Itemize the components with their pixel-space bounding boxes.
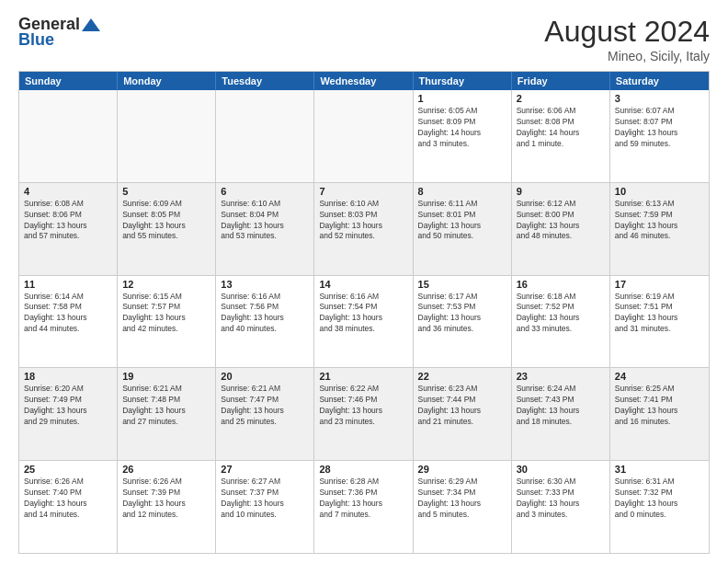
cell-text: Sunrise: 6:05 AMSunset: 8:09 PMDaylight:… <box>418 106 506 150</box>
title-area: August 2024 Mineo, Sicily, Italy <box>544 15 710 63</box>
day-number: 19 <box>122 371 210 382</box>
day-number: 10 <box>615 186 704 197</box>
day-number: 24 <box>615 371 704 382</box>
day-number: 26 <box>122 464 210 475</box>
day-number: 21 <box>319 371 407 382</box>
calendar-row-1: 1Sunrise: 6:05 AMSunset: 8:09 PMDaylight… <box>19 90 709 183</box>
cell-text: Sunrise: 6:26 AMSunset: 7:39 PMDaylight:… <box>122 477 210 521</box>
calendar-cell: 9Sunrise: 6:12 AMSunset: 8:00 PMDaylight… <box>512 183 610 275</box>
calendar-row-5: 25Sunrise: 6:26 AMSunset: 7:40 PMDayligh… <box>19 461 709 553</box>
day-number: 5 <box>122 186 210 197</box>
header-friday: Friday <box>512 72 610 90</box>
day-number: 27 <box>221 464 309 475</box>
calendar-cell: 10Sunrise: 6:13 AMSunset: 7:59 PMDayligh… <box>610 183 709 275</box>
cell-text: Sunrise: 6:22 AMSunset: 7:46 PMDaylight:… <box>319 384 407 428</box>
svg-marker-0 <box>82 18 100 31</box>
day-number: 17 <box>615 279 704 290</box>
header-sunday: Sunday <box>19 72 118 90</box>
calendar-cell <box>216 90 314 182</box>
cell-text: Sunrise: 6:14 AMSunset: 7:58 PMDaylight:… <box>24 292 112 336</box>
calendar-cell: 8Sunrise: 6:11 AMSunset: 8:01 PMDaylight… <box>414 183 512 275</box>
calendar-cell: 31Sunrise: 6:31 AMSunset: 7:32 PMDayligh… <box>610 461 709 553</box>
day-number: 29 <box>418 464 506 475</box>
calendar-cell: 13Sunrise: 6:16 AMSunset: 7:56 PMDayligh… <box>216 276 314 368</box>
day-number: 1 <box>418 93 506 104</box>
calendar-cell: 16Sunrise: 6:18 AMSunset: 7:52 PMDayligh… <box>512 276 610 368</box>
calendar-cell: 24Sunrise: 6:25 AMSunset: 7:41 PMDayligh… <box>610 368 709 460</box>
calendar-cell: 28Sunrise: 6:28 AMSunset: 7:36 PMDayligh… <box>314 461 413 553</box>
calendar-cell: 26Sunrise: 6:26 AMSunset: 7:39 PMDayligh… <box>118 461 216 553</box>
calendar: Sunday Monday Tuesday Wednesday Thursday… <box>18 71 710 554</box>
header-wednesday: Wednesday <box>314 72 413 90</box>
calendar-cell: 29Sunrise: 6:29 AMSunset: 7:34 PMDayligh… <box>414 461 512 553</box>
calendar-cell: 23Sunrise: 6:24 AMSunset: 7:43 PMDayligh… <box>512 368 610 460</box>
location-subtitle: Mineo, Sicily, Italy <box>544 49 710 63</box>
header-saturday: Saturday <box>610 72 709 90</box>
calendar-cell: 12Sunrise: 6:15 AMSunset: 7:57 PMDayligh… <box>118 276 216 368</box>
calendar-cell: 30Sunrise: 6:30 AMSunset: 7:33 PMDayligh… <box>512 461 610 553</box>
calendar-cell: 6Sunrise: 6:10 AMSunset: 8:04 PMDaylight… <box>216 183 314 275</box>
calendar-cell: 19Sunrise: 6:21 AMSunset: 7:48 PMDayligh… <box>118 368 216 460</box>
cell-text: Sunrise: 6:26 AMSunset: 7:40 PMDaylight:… <box>24 477 112 521</box>
cell-text: Sunrise: 6:25 AMSunset: 7:41 PMDaylight:… <box>615 384 704 428</box>
calendar-cell: 5Sunrise: 6:09 AMSunset: 8:05 PMDaylight… <box>118 183 216 275</box>
cell-text: Sunrise: 6:13 AMSunset: 7:59 PMDaylight:… <box>615 199 704 243</box>
cell-text: Sunrise: 6:08 AMSunset: 8:06 PMDaylight:… <box>24 199 112 243</box>
day-number: 7 <box>319 186 407 197</box>
cell-text: Sunrise: 6:09 AMSunset: 8:05 PMDaylight:… <box>122 199 210 243</box>
day-number: 22 <box>418 371 506 382</box>
day-number: 15 <box>418 279 506 290</box>
day-number: 30 <box>517 464 605 475</box>
header-tuesday: Tuesday <box>216 72 314 90</box>
cell-text: Sunrise: 6:11 AMSunset: 8:01 PMDaylight:… <box>418 199 506 243</box>
calendar-cell: 14Sunrise: 6:16 AMSunset: 7:54 PMDayligh… <box>314 276 413 368</box>
day-number: 20 <box>221 371 309 382</box>
cell-text: Sunrise: 6:31 AMSunset: 7:32 PMDaylight:… <box>615 477 704 521</box>
calendar-cell: 27Sunrise: 6:27 AMSunset: 7:37 PMDayligh… <box>216 461 314 553</box>
day-number: 2 <box>517 93 605 104</box>
day-number: 25 <box>24 464 112 475</box>
cell-text: Sunrise: 6:28 AMSunset: 7:36 PMDaylight:… <box>319 477 407 521</box>
calendar-cell: 3Sunrise: 6:07 AMSunset: 8:07 PMDaylight… <box>610 90 709 182</box>
day-number: 12 <box>122 279 210 290</box>
page: General Blue August 2024 Mineo, Sicily, … <box>0 0 728 563</box>
day-number: 13 <box>221 279 309 290</box>
calendar-row-2: 4Sunrise: 6:08 AMSunset: 8:06 PMDaylight… <box>19 183 709 276</box>
calendar-cell: 17Sunrise: 6:19 AMSunset: 7:51 PMDayligh… <box>610 276 709 368</box>
cell-text: Sunrise: 6:17 AMSunset: 7:53 PMDaylight:… <box>418 292 506 336</box>
day-number: 6 <box>221 186 309 197</box>
day-number: 16 <box>517 279 605 290</box>
day-number: 14 <box>319 279 407 290</box>
calendar-cell: 22Sunrise: 6:23 AMSunset: 7:44 PMDayligh… <box>414 368 512 460</box>
header: General Blue August 2024 Mineo, Sicily, … <box>18 15 710 63</box>
day-number: 23 <box>517 371 605 382</box>
day-number: 18 <box>24 371 112 382</box>
calendar-cell <box>19 90 118 182</box>
cell-text: Sunrise: 6:21 AMSunset: 7:47 PMDaylight:… <box>221 384 309 428</box>
cell-text: Sunrise: 6:19 AMSunset: 7:51 PMDaylight:… <box>615 292 704 336</box>
calendar-row-3: 11Sunrise: 6:14 AMSunset: 7:58 PMDayligh… <box>19 276 709 369</box>
calendar-cell: 2Sunrise: 6:06 AMSunset: 8:08 PMDaylight… <box>512 90 610 182</box>
cell-text: Sunrise: 6:10 AMSunset: 8:04 PMDaylight:… <box>221 199 309 243</box>
calendar-cell: 18Sunrise: 6:20 AMSunset: 7:49 PMDayligh… <box>19 368 118 460</box>
cell-text: Sunrise: 6:29 AMSunset: 7:34 PMDaylight:… <box>418 477 506 521</box>
calendar-cell: 1Sunrise: 6:05 AMSunset: 8:09 PMDaylight… <box>414 90 512 182</box>
day-number: 31 <box>615 464 704 475</box>
cell-text: Sunrise: 6:27 AMSunset: 7:37 PMDaylight:… <box>221 477 309 521</box>
cell-text: Sunrise: 6:16 AMSunset: 7:54 PMDaylight:… <box>319 292 407 336</box>
calendar-cell: 11Sunrise: 6:14 AMSunset: 7:58 PMDayligh… <box>19 276 118 368</box>
cell-text: Sunrise: 6:07 AMSunset: 8:07 PMDaylight:… <box>615 106 704 150</box>
calendar-cell: 7Sunrise: 6:10 AMSunset: 8:03 PMDaylight… <box>314 183 413 275</box>
cell-text: Sunrise: 6:30 AMSunset: 7:33 PMDaylight:… <box>517 477 605 521</box>
day-number: 9 <box>517 186 605 197</box>
cell-text: Sunrise: 6:20 AMSunset: 7:49 PMDaylight:… <box>24 384 112 428</box>
header-thursday: Thursday <box>414 72 512 90</box>
cell-text: Sunrise: 6:23 AMSunset: 7:44 PMDaylight:… <box>418 384 506 428</box>
calendar-cell: 20Sunrise: 6:21 AMSunset: 7:47 PMDayligh… <box>216 368 314 460</box>
calendar-cell: 4Sunrise: 6:08 AMSunset: 8:06 PMDaylight… <box>19 183 118 275</box>
cell-text: Sunrise: 6:24 AMSunset: 7:43 PMDaylight:… <box>517 384 605 428</box>
day-number: 3 <box>615 93 704 104</box>
calendar-cell: 15Sunrise: 6:17 AMSunset: 7:53 PMDayligh… <box>414 276 512 368</box>
cell-text: Sunrise: 6:21 AMSunset: 7:48 PMDaylight:… <box>122 384 210 428</box>
cell-text: Sunrise: 6:16 AMSunset: 7:56 PMDaylight:… <box>221 292 309 336</box>
